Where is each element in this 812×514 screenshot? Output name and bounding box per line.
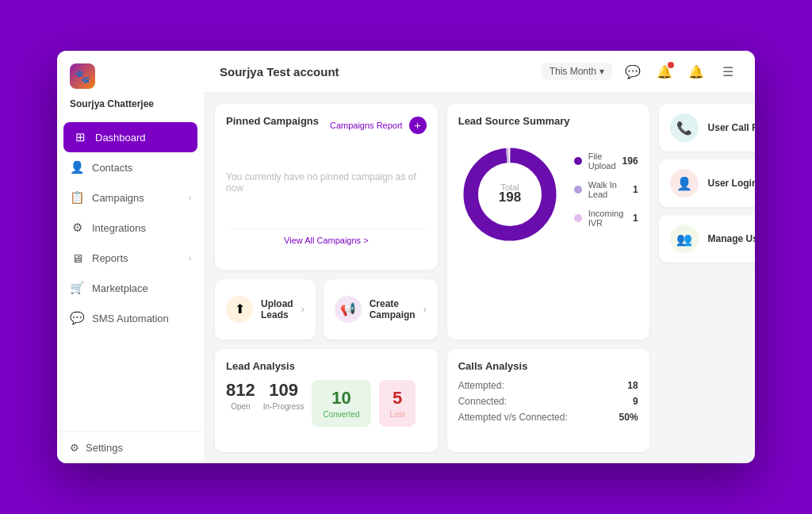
lead-stat-value: 109: [263, 380, 304, 401]
view-all-campaigns-link[interactable]: View All Campaigns >: [226, 228, 427, 245]
add-campaign-button[interactable]: +: [409, 117, 427, 134]
calls-row-label: Connected:: [458, 396, 507, 407]
header: Sourjya Test account This Month ▾ 💬 🔔 🔔 …: [204, 51, 755, 93]
donut-legend: File Upload 196 Walk In Lead 1 Incoming …: [561, 152, 638, 237]
sms-automation-icon: 💬: [70, 311, 84, 325]
upload-leads-arrow-icon: ›: [301, 304, 304, 315]
legend-dot: [574, 157, 582, 165]
nav-arrow-icon: ›: [189, 254, 191, 263]
reports-icon: 🖥: [70, 251, 84, 265]
calls-row: Attempted: 18: [458, 380, 638, 391]
sidebar-item-integrations[interactable]: ⚙ Integrations: [57, 213, 204, 243]
legend-value: 1: [633, 213, 638, 224]
sidebar-nav: ⊞ Dashboard 👤 Contacts 📋 Campaigns › ⚙ I…: [57, 119, 204, 432]
calls-row-label: Attempted v/s Connected:: [458, 412, 568, 423]
sidebar-item-contacts[interactable]: 👤 Contacts: [57, 152, 204, 182]
lead-stat-label: Lost: [390, 410, 405, 419]
calls-rows: Attempted: 18 Connected: 9 Attempted v/s…: [458, 380, 638, 423]
sidebar-item-label: Marketplace: [92, 282, 148, 294]
upload-leads-button[interactable]: ⬆ Upload Leads ›: [215, 279, 316, 339]
user-login-report-icon: 👤: [670, 169, 699, 198]
lead-stats-row: 812 Open 109 In-Progress 10 Converted 5 …: [226, 380, 427, 427]
calls-row-value: 9: [633, 396, 638, 407]
legend-item: File Upload 196: [574, 152, 638, 171]
upload-leads-label: Upload Leads: [261, 298, 293, 320]
donut-chart: Total 198: [458, 143, 561, 246]
sidebar-item-reports[interactable]: 🖥 Reports ›: [57, 243, 204, 273]
legend-item: Incoming IVR 1: [574, 209, 638, 228]
manage-users-icon: 👥: [670, 224, 699, 253]
sidebar: 🐾 Sourjya Chatterjee ⊞ Dashboard 👤 Conta…: [57, 51, 204, 463]
campaigns-icon: 📋: [70, 190, 84, 205]
menu-icon[interactable]: ☰: [717, 60, 739, 82]
create-campaign-button[interactable]: 📢 Create Campaign ›: [324, 279, 438, 339]
lead-stat-open: 812 Open: [226, 380, 255, 427]
calls-row: Attempted v/s Connected: 50%: [458, 412, 638, 423]
lead-stat-lost: 5 Lost: [379, 380, 416, 427]
lead-stat-in-progress: 109 In-Progress: [263, 380, 304, 427]
sidebar-item-sms-automation[interactable]: 💬 SMS Automation: [57, 303, 204, 333]
sidebar-item-label: Integrations: [92, 222, 146, 234]
app-logo: 🐾: [70, 63, 95, 89]
sidebar-item-label: Contacts: [92, 162, 132, 174]
legend-label: Incoming IVR: [588, 209, 626, 228]
settings-icon: ⚙: [70, 442, 79, 454]
chevron-down-icon: ▾: [599, 66, 604, 77]
user-call-report-card[interactable]: 📞 User Call Report ›: [659, 104, 755, 152]
alert-icon[interactable]: 🔔: [685, 60, 707, 82]
legend-label: File Upload: [588, 152, 616, 171]
legend-dot: [574, 214, 582, 222]
legend-value: 1: [633, 184, 638, 195]
settings-label: Settings: [86, 442, 123, 454]
calls-row-label: Attempted:: [458, 380, 504, 391]
sidebar-item-label: SMS Automation: [92, 313, 169, 324]
lead-stat-label: In-Progress: [263, 402, 304, 411]
pinned-campaigns-card: Pinned Campaigns Campaigns Report + You …: [215, 104, 438, 270]
chat-icon[interactable]: 💬: [622, 60, 644, 82]
settings-nav-item[interactable]: ⚙ Settings: [57, 432, 204, 463]
create-campaign-label: Create Campaign: [370, 298, 416, 320]
lead-stat-converted: 10 Converted: [312, 380, 370, 427]
period-label: This Month: [550, 66, 596, 77]
pinned-campaigns-header: Pinned Campaigns Campaigns Report +: [226, 115, 427, 135]
legend-value: 196: [622, 155, 638, 167]
lead-source-title: Lead Source Summary: [458, 115, 638, 127]
sidebar-user-name: Sourjya Chatterjee: [57, 95, 204, 119]
period-selector[interactable]: This Month ▾: [542, 63, 612, 80]
manage-users-card[interactable]: 👥 Manage Users ›: [659, 215, 755, 263]
page-title: Sourjya Test account: [220, 65, 339, 79]
donut-svg: Total 198: [458, 143, 561, 246]
bell-icon[interactable]: 🔔: [653, 60, 676, 82]
upload-leads-icon: ⬆: [226, 296, 253, 323]
donut-container: Total 198 File Upload 196 Walk In Lead 1…: [458, 135, 638, 254]
main-content: Sourjya Test account This Month ▾ 💬 🔔 🔔 …: [204, 51, 755, 463]
lead-stat-value: 812: [226, 380, 255, 401]
marketplace-icon: 🛒: [70, 281, 84, 295]
calls-row: Connected: 9: [458, 396, 638, 407]
sidebar-item-label: Reports: [92, 252, 128, 264]
notification-badge: [668, 62, 674, 68]
header-right: This Month ▾ 💬 🔔 🔔 ☰: [542, 60, 739, 82]
svg-text:198: 198: [498, 190, 520, 205]
action-buttons-row: ⬆ Upload Leads › 📢 Create Campaign ›: [215, 279, 438, 339]
user-call-report-label: User Call Report: [708, 122, 755, 133]
sidebar-item-campaigns[interactable]: 📋 Campaigns ›: [57, 182, 204, 213]
manage-users-label: Manage Users: [708, 233, 755, 244]
sidebar-item-dashboard[interactable]: ⊞ Dashboard: [63, 122, 197, 152]
calls-row-value: 18: [627, 380, 638, 391]
reports-column: 📞 User Call Report › 👤 User Login Report…: [659, 104, 755, 452]
contacts-icon: 👤: [70, 160, 84, 175]
sidebar-logo: 🐾: [57, 51, 204, 95]
empty-campaigns-message: You currently have no pinned campaign as…: [226, 143, 427, 222]
calls-analysis-title: Calls Analysis: [458, 360, 638, 372]
user-login-report-label: User Login Report: [708, 178, 755, 189]
lead-analysis-card: Lead Analysis 812 Open 109 In-Progress 1…: [215, 349, 438, 452]
lead-stat-label: Converted: [323, 410, 359, 419]
dashboard-icon: ⊞: [73, 130, 87, 144]
campaigns-report-link[interactable]: Campaigns Report: [330, 121, 403, 130]
user-login-report-card[interactable]: 👤 User Login Report ›: [659, 159, 755, 207]
sidebar-item-marketplace[interactable]: 🛒 Marketplace: [57, 273, 204, 303]
calls-row-value: 50%: [619, 412, 638, 423]
integrations-icon: ⚙: [70, 221, 84, 235]
create-campaign-arrow-icon: ›: [423, 304, 427, 315]
